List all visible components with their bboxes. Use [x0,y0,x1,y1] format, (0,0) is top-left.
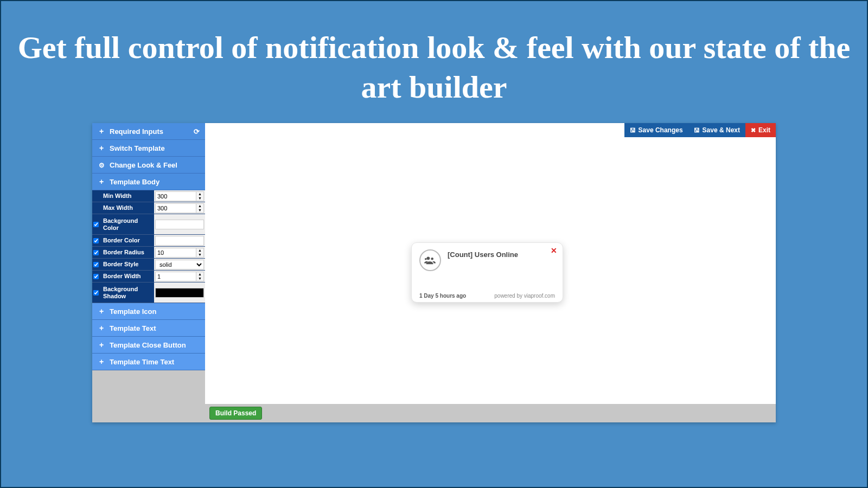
sidebar-switch-template[interactable]: Switch Template [92,140,205,157]
sidebar-label: Switch Template [110,144,165,152]
plus-icon [98,307,105,316]
min-width-input[interactable] [155,191,196,201]
prop-label: Background Color [100,214,154,234]
svg-point-0 [426,256,430,260]
top-toolbar: Save Changes Save & Next Exit [624,123,776,137]
sidebar-label: Template Time Text [110,358,174,366]
prop-label: Max Width [100,202,154,214]
prop-label: Min Width [100,190,154,202]
page-headline: Get full control of notification look & … [12,28,856,107]
sidebar-label: Template Text [110,324,156,332]
plus-icon [98,127,105,136]
sidebar-change-look-feel[interactable]: Change Look & Feel [92,157,205,174]
border-style-select[interactable]: solid [155,260,204,269]
sidebar-label: Template Close Button [110,341,186,349]
prop-label: Border Radius [100,247,154,258]
sidebar-template-text[interactable]: Template Text [92,320,205,337]
border-style-check[interactable] [93,262,99,267]
notification-time: 1 Day 5 hours ago [419,293,466,299]
border-radius-input[interactable] [155,248,196,258]
plus-icon [98,324,105,332]
svg-point-1 [431,258,433,260]
sidebar-template-icon[interactable]: Template Icon [92,303,205,320]
save-icon [694,126,700,134]
plus-icon [98,177,105,186]
prop-border-style: Border Style solid [92,259,205,271]
border-width-check[interactable] [93,274,99,279]
btn-label: Save & Next [703,126,740,134]
save-next-button[interactable]: Save & Next [688,123,745,137]
sidebar-label: Template Body [110,178,159,186]
sidebar-template-close-button[interactable]: Template Close Button [92,337,205,354]
notification-preview: ✕ [Count] Users Online [411,242,563,303]
sidebar-required-inputs[interactable]: Required Inputs [92,123,205,140]
spinner-buttons[interactable]: ▲▼ [196,191,204,201]
refresh-icon[interactable] [194,127,200,136]
spinner-buttons[interactable]: ▲▼ [196,248,204,258]
plus-icon [98,341,105,349]
page-frame: Get full control of notification look & … [0,0,868,488]
prop-background-color: Background Color [92,214,205,235]
btn-label: Exit [758,126,770,134]
sidebar: Required Inputs Switch Template Change L… [92,123,205,422]
prop-border-radius: Border Radius ▲▼ [92,247,205,259]
save-icon [630,126,636,134]
plus-icon [98,144,105,152]
builder-panel: Required Inputs Switch Template Change L… [92,123,776,422]
border-radius-check[interactable] [93,250,99,255]
prop-label: Background Shadow [100,282,154,303]
bg-color-swatch[interactable] [155,220,204,229]
sidebar-template-time-text[interactable]: Template Time Text [92,354,205,370]
border-color-swatch[interactable] [155,236,204,246]
close-icon [751,126,756,134]
prop-border-width: Border Width ▲▼ [92,271,205,282]
svg-point-2 [425,258,427,260]
prop-label: Border Width [100,271,154,282]
max-width-input[interactable] [155,203,196,213]
sidebar-label: Change Look & Feel [110,161,177,169]
border-width-input[interactable] [155,272,196,281]
prop-label: Border Color [100,235,154,246]
save-changes-button[interactable]: Save Changes [624,123,688,137]
sidebar-label: Template Icon [110,307,156,316]
plus-icon [98,357,105,366]
sidebar-template-body[interactable]: Template Body [92,174,205,190]
sidebar-label: Required Inputs [110,127,163,136]
gear-icon [98,160,105,169]
prop-max-width: Max Width ▲▼ [92,202,205,214]
spinner-buttons[interactable]: ▲▼ [196,272,204,281]
bg-color-check[interactable] [93,222,99,227]
notification-close-icon[interactable]: ✕ [551,246,557,255]
bg-shadow-check[interactable] [93,290,99,296]
build-status-badge: Build Passed [209,407,262,420]
users-icon [419,249,441,271]
notification-powered-by: powered by viaproof.com [494,293,555,299]
canvas: Save Changes Save & Next Exit ✕ [205,123,776,422]
notification-title: [Count] Users Online [448,249,518,259]
exit-button[interactable]: Exit [745,123,776,137]
btn-label: Save Changes [639,126,683,134]
border-color-check[interactable] [93,238,99,243]
prop-min-width: Min Width ▲▼ [92,190,205,202]
prop-background-shadow: Background Shadow [92,282,205,303]
bg-shadow-swatch[interactable] [155,288,204,298]
spinner-buttons[interactable]: ▲▼ [196,203,204,213]
prop-label: Border Style [100,259,154,270]
prop-border-color: Border Color [92,235,205,247]
status-bar: Build Passed [205,404,776,422]
